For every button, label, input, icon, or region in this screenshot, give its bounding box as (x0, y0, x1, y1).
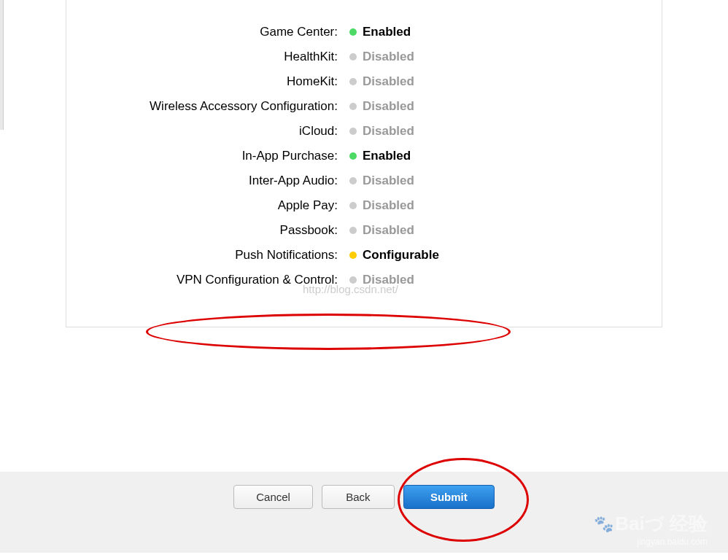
status-text: Enabled (363, 25, 411, 39)
service-label: HealthKit: (96, 50, 344, 64)
service-status: Enabled (344, 25, 411, 39)
status-dot-icon (349, 252, 357, 259)
status-text: Disabled (363, 273, 414, 287)
service-status: Disabled (344, 223, 414, 238)
back-button[interactable]: Back (322, 485, 395, 509)
service-row: HomeKit:Disabled (96, 74, 632, 89)
status-dot-icon (349, 103, 357, 110)
status-text: Configurable (363, 248, 439, 262)
status-dot-icon (349, 28, 357, 36)
service-label: Apple Pay: (96, 198, 344, 213)
status-dot-icon (349, 276, 357, 284)
status-dot-icon (349, 53, 357, 61)
service-row: Game Center:Enabled (96, 25, 632, 39)
footer-bar: Cancel Back Submit (0, 472, 728, 553)
status-text: Enabled (363, 149, 411, 163)
status-text: Disabled (363, 198, 414, 213)
service-label: Passbook: (96, 223, 344, 238)
service-status: Disabled (344, 50, 414, 64)
status-dot-icon (349, 202, 357, 209)
service-label: Wireless Accessory Configuration: (96, 99, 344, 114)
service-label: In-App Purchase: (96, 149, 344, 163)
service-row: Passbook:Disabled (96, 223, 632, 238)
cancel-button[interactable]: Cancel (233, 485, 313, 509)
service-status: Disabled (344, 273, 414, 287)
status-dot-icon (349, 152, 357, 160)
status-text: Disabled (363, 99, 414, 114)
service-row: Apple Pay:Disabled (96, 198, 632, 213)
status-dot-icon (349, 128, 357, 135)
service-status: Enabled (344, 149, 411, 163)
service-row: Push Notifications:Configurable (96, 248, 632, 262)
service-row: Wireless Accessory Configuration:Disable… (96, 99, 632, 114)
service-label: HomeKit: (96, 74, 344, 89)
submit-button[interactable]: Submit (403, 485, 495, 509)
service-row: VPN Configuration & Control:Disabled (96, 273, 632, 287)
service-row: iCloud:Disabled (96, 124, 632, 139)
services-panel: Game Center:EnabledHealthKit:DisabledHom… (66, 0, 662, 327)
service-status: Configurable (344, 248, 439, 262)
left-edge-strip (0, 0, 4, 130)
status-text: Disabled (363, 223, 414, 238)
service-status: Disabled (344, 124, 414, 139)
service-status: Disabled (344, 74, 414, 89)
main-container: Game Center:EnabledHealthKit:DisabledHom… (0, 0, 728, 327)
status-text: Disabled (363, 174, 414, 188)
service-row: HealthKit:Disabled (96, 50, 632, 64)
status-dot-icon (349, 177, 357, 184)
status-dot-icon (349, 227, 357, 234)
status-text: Disabled (363, 74, 414, 89)
service-label: VPN Configuration & Control: (96, 273, 344, 287)
service-label: Game Center: (96, 25, 344, 39)
service-label: Push Notifications: (96, 248, 344, 262)
status-text: Disabled (363, 50, 414, 64)
status-text: Disabled (363, 124, 414, 139)
service-status: Disabled (344, 174, 414, 188)
service-label: iCloud: (96, 124, 344, 139)
service-row: Inter-App Audio:Disabled (96, 174, 632, 188)
service-label: Inter-App Audio: (96, 174, 344, 188)
service-row: In-App Purchase:Enabled (96, 149, 632, 163)
status-dot-icon (349, 78, 357, 85)
service-status: Disabled (344, 99, 414, 114)
service-status: Disabled (344, 198, 414, 213)
